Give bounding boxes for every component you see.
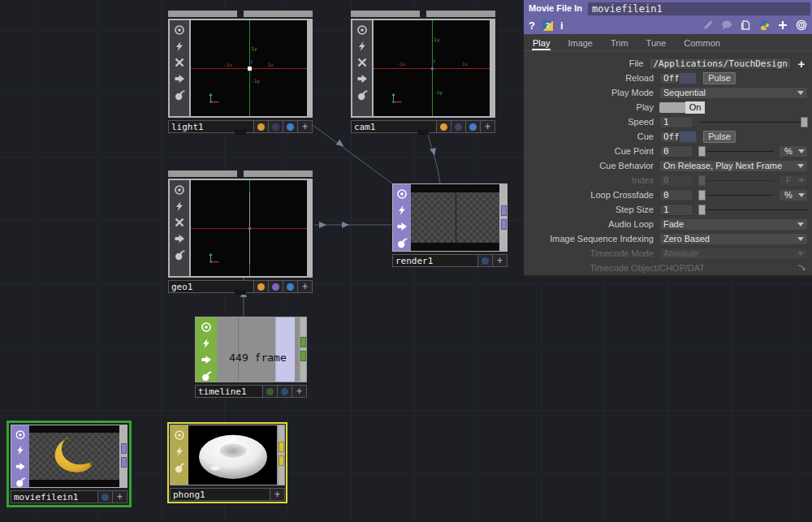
geo1-viewer[interactable]: [191, 180, 307, 276]
node-tab[interactable]: [244, 11, 313, 17]
speed-value-field[interactable]: 1: [659, 116, 693, 128]
loop-crossfade-slider[interactable]: [698, 189, 774, 201]
bypass-flag-icon[interactable]: [201, 338, 212, 349]
node-name-field[interactable]: render1: [393, 255, 477, 266]
flag-cell[interactable]: [268, 121, 283, 132]
arrow-flag-icon[interactable]: [201, 354, 212, 365]
light1-viewer[interactable]: 1y -1y -1x 1x z: [191, 20, 307, 116]
timeline-playhead-bar[interactable]: [275, 317, 295, 382]
output-connector[interactable]: [235, 130, 246, 135]
flag-cell[interactable]: [451, 121, 465, 132]
slider-handle[interactable]: [698, 146, 706, 157]
cue-toggle[interactable]: [679, 131, 697, 143]
timeline1-viewer[interactable]: 449 frame: [217, 317, 299, 382]
flag-cell[interactable]: [262, 386, 277, 397]
reload-pulse-button[interactable]: Pulse: [703, 72, 736, 84]
flag-cell[interactable]: [477, 255, 492, 266]
node-light1[interactable]: 1y -1y -1x 1x z light1 +: [168, 11, 313, 133]
step-size-value-field[interactable]: 1: [659, 204, 693, 216]
bypass-flag-icon[interactable]: [174, 201, 185, 212]
cue-point-value-field[interactable]: 0: [659, 145, 693, 157]
node-tab[interactable]: [244, 170, 313, 177]
bypass-flag-icon[interactable]: [356, 41, 368, 52]
tab-tune[interactable]: Tune: [646, 37, 667, 50]
python-help-icon[interactable]: ?: [542, 20, 553, 31]
input-connector[interactable]: [501, 205, 507, 216]
reload-toggle[interactable]: [679, 72, 697, 84]
lock-flag-icon[interactable]: [15, 477, 26, 487]
render-flag[interactable]: [436, 121, 451, 132]
node-geo1[interactable]: geo1 +: [168, 170, 313, 293]
display-flag-icon[interactable]: [396, 188, 408, 200]
node-tab[interactable]: [426, 11, 495, 17]
flag-cell[interactable]: [283, 281, 297, 292]
slider-handle[interactable]: [698, 205, 706, 215]
arrow-flag-icon[interactable]: [356, 73, 368, 84]
delete-icon[interactable]: [174, 217, 185, 228]
display-flag-icon[interactable]: [356, 24, 368, 36]
audio-loop-dropdown[interactable]: Fade: [659, 218, 808, 231]
cue-behavior-dropdown[interactable]: On Release, Play Next Frame: [659, 160, 808, 172]
bypass-flag-icon[interactable]: [396, 205, 408, 216]
node-name-field[interactable]: moviefilein1: [11, 491, 97, 503]
input-connector[interactable]: [501, 219, 507, 230]
flag-cell[interactable]: [97, 491, 112, 503]
cue-off-label[interactable]: Off: [659, 131, 679, 143]
file-browse-plus-icon[interactable]: +: [795, 58, 808, 70]
add-flag-cell[interactable]: +: [297, 121, 312, 132]
render-flag[interactable]: [253, 121, 268, 132]
output-connector[interactable]: [279, 442, 284, 452]
display-flag-icon[interactable]: [174, 429, 185, 441]
reload-off-label[interactable]: Off: [659, 72, 679, 84]
flag-cell[interactable]: [268, 281, 283, 292]
lock-flag-icon[interactable]: [356, 89, 368, 101]
target-icon[interactable]: [796, 19, 807, 31]
arrow-flag-icon[interactable]: [396, 221, 408, 232]
node-tab[interactable]: [168, 170, 237, 177]
node-phong1[interactable]: phong1 +: [167, 422, 287, 503]
play-switch[interactable]: On: [659, 101, 705, 114]
node-moviefilein1[interactable]: moviefilein1 +: [6, 421, 132, 507]
bypass-flag-icon[interactable]: [174, 41, 185, 52]
output-connector[interactable]: [121, 443, 127, 454]
bypass-flag-icon[interactable]: [15, 445, 26, 455]
flag-cell[interactable]: [277, 386, 292, 397]
cam1-viewer[interactable]: 1y -1y -1x 1x z: [374, 20, 490, 116]
help-icon[interactable]: ?: [529, 19, 535, 32]
add-flag-cell[interactable]: +: [292, 386, 306, 397]
arrow-flag-icon[interactable]: [174, 73, 185, 84]
add-flag-cell[interactable]: +: [297, 281, 312, 292]
render-flag[interactable]: [253, 281, 268, 292]
phong1-viewer[interactable]: [188, 425, 277, 485]
delete-icon[interactable]: [174, 57, 185, 68]
display-flag-icon[interactable]: [174, 24, 185, 36]
info-icon[interactable]: i: [560, 19, 564, 32]
add-flag-cell[interactable]: +: [112, 491, 127, 503]
bypass-flag-icon[interactable]: [174, 446, 185, 457]
step-size-slider[interactable]: [698, 204, 808, 216]
add-parameter-icon[interactable]: [777, 19, 788, 31]
python-icon[interactable]: [758, 19, 770, 31]
output-connector[interactable]: [121, 457, 127, 468]
node-timeline1[interactable]: 449 frame timeline1 +: [195, 317, 307, 398]
arrow-flag-icon[interactable]: [15, 461, 26, 472]
flag-cell[interactable]: [283, 121, 297, 132]
flag-cell[interactable]: [465, 121, 480, 132]
output-connector[interactable]: [300, 351, 306, 361]
copy-page-icon[interactable]: [740, 19, 751, 31]
lock-flag-icon[interactable]: [396, 237, 408, 248]
lock-flag-icon[interactable]: [201, 370, 212, 382]
node-tab[interactable]: [168, 11, 237, 17]
display-flag-icon[interactable]: [201, 321, 212, 333]
cue-point-unit-dropdown[interactable]: %: [779, 145, 808, 157]
output-connector[interactable]: [235, 290, 246, 295]
tab-trim[interactable]: Trim: [610, 37, 629, 50]
node-name-field[interactable]: timeline1: [196, 386, 262, 397]
comment-icon[interactable]: [721, 19, 732, 31]
cue-pulse-button[interactable]: Pulse: [703, 131, 736, 143]
add-flag-cell[interactable]: +: [270, 489, 284, 500]
add-flag-cell[interactable]: +: [492, 255, 507, 266]
render1-viewer[interactable]: [411, 184, 499, 251]
loop-crossfade-value-field[interactable]: 0: [659, 189, 693, 201]
lock-flag-icon[interactable]: [174, 249, 185, 261]
